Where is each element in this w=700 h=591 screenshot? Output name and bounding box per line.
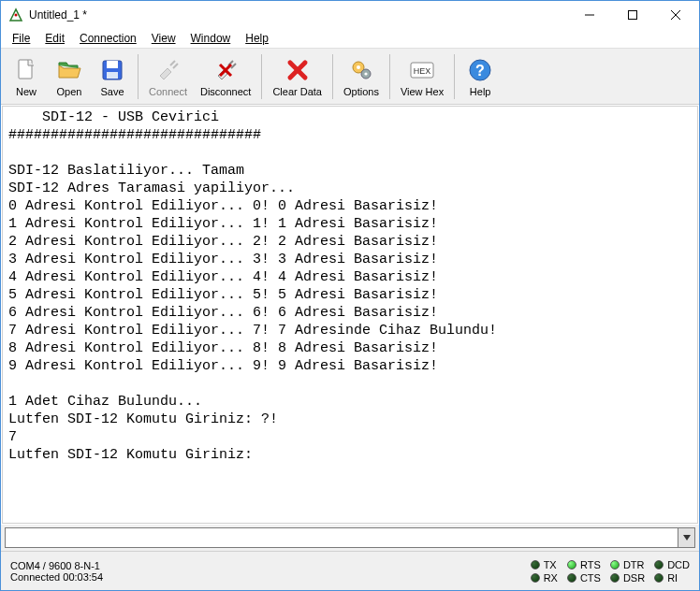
gear-icon xyxy=(346,55,376,85)
save-icon xyxy=(97,55,127,85)
maximize-button[interactable] xyxy=(611,1,654,29)
toolbar-separator xyxy=(261,54,262,99)
help-button[interactable]: ? Help xyxy=(459,50,502,103)
clear-icon xyxy=(283,55,313,85)
svg-rect-2 xyxy=(629,11,637,20)
open-button[interactable]: Open xyxy=(48,50,91,103)
disconnect-button[interactable]: Disconnect xyxy=(194,50,257,103)
led-ri: RI xyxy=(654,572,690,584)
new-button[interactable]: New xyxy=(5,50,48,103)
menu-window[interactable]: Window xyxy=(183,30,239,47)
statusbar: COM4 / 9600 8-N-1 Connected 00:03:54 TX … xyxy=(1,551,699,590)
view-hex-button[interactable]: HEX View Hex xyxy=(394,50,450,103)
connect-button: Connect xyxy=(142,50,194,103)
app-window: Untitled_1 * File Edit Connection View W… xyxy=(0,0,700,591)
led-dcd: DCD xyxy=(654,559,690,570)
led-rts: RTS xyxy=(567,559,601,570)
menu-view[interactable]: View xyxy=(144,30,183,47)
hex-icon: HEX xyxy=(407,55,437,85)
clear-data-button[interactable]: Clear Data xyxy=(266,50,328,103)
menu-file[interactable]: File xyxy=(5,30,37,47)
plug-connect-icon xyxy=(153,55,182,85)
svg-rect-8 xyxy=(107,72,118,79)
window-title: Untitled_1 * xyxy=(29,8,568,22)
chevron-down-icon xyxy=(683,535,691,541)
svg-point-18 xyxy=(357,65,360,69)
close-button[interactable] xyxy=(654,1,697,29)
menu-connection[interactable]: Connection xyxy=(72,30,144,47)
options-button[interactable]: Options xyxy=(337,50,386,103)
svg-line-10 xyxy=(173,64,178,68)
led-dsr: DSR xyxy=(610,572,645,584)
app-icon xyxy=(8,7,23,22)
view-hex-label: View Hex xyxy=(401,86,444,97)
help-label: Help xyxy=(470,86,491,97)
led-tx: TX xyxy=(531,559,558,570)
svg-rect-7 xyxy=(107,61,118,68)
save-label: Save xyxy=(100,86,124,97)
toolbar-separator xyxy=(454,54,455,99)
toolbar: New Open Save Connect Disconnect Clear D… xyxy=(1,49,699,105)
toolbar-separator xyxy=(332,54,333,99)
folder-open-icon xyxy=(54,55,84,85)
svg-point-20 xyxy=(364,72,367,75)
new-label: New xyxy=(16,86,36,97)
menu-edit[interactable]: Edit xyxy=(37,30,72,47)
svg-point-0 xyxy=(15,14,18,17)
menubar: File Edit Connection View Window Help xyxy=(1,29,699,49)
port-info: COM4 / 9600 8-N-1 xyxy=(10,560,512,571)
toolbar-separator xyxy=(389,54,390,99)
led-cts: CTS xyxy=(567,572,601,584)
command-input-row xyxy=(1,525,699,551)
connected-time: Connected 00:03:54 xyxy=(10,571,512,583)
command-history-dropdown[interactable] xyxy=(678,527,695,548)
led-rx: RX xyxy=(531,572,558,584)
command-input[interactable] xyxy=(5,527,678,548)
led-dtr: DTR xyxy=(610,559,645,570)
terminal-output[interactable]: SDI-12 - USB Cevirici ##################… xyxy=(2,106,698,524)
options-label: Options xyxy=(343,86,379,97)
new-file-icon xyxy=(11,55,41,85)
minimize-button[interactable] xyxy=(568,1,611,29)
svg-line-12 xyxy=(231,64,236,68)
menu-help[interactable]: Help xyxy=(238,30,276,47)
help-icon: ? xyxy=(465,55,495,85)
save-button[interactable]: Save xyxy=(91,50,134,103)
open-label: Open xyxy=(57,86,82,97)
svg-text:?: ? xyxy=(475,63,485,79)
connection-status: COM4 / 9600 8-N-1 Connected 00:03:54 xyxy=(1,552,521,590)
clear-data-label: Clear Data xyxy=(272,86,322,97)
signal-leds: TX RTS DTR DCD RX CTS DSR RI xyxy=(521,552,699,590)
titlebar: Untitled_1 * xyxy=(1,1,699,29)
svg-line-9 xyxy=(170,61,175,65)
plug-disconnect-icon xyxy=(211,55,241,85)
disconnect-label: Disconnect xyxy=(200,86,251,97)
connect-label: Connect xyxy=(149,86,187,97)
toolbar-separator xyxy=(138,54,139,99)
svg-text:HEX: HEX xyxy=(414,66,431,76)
